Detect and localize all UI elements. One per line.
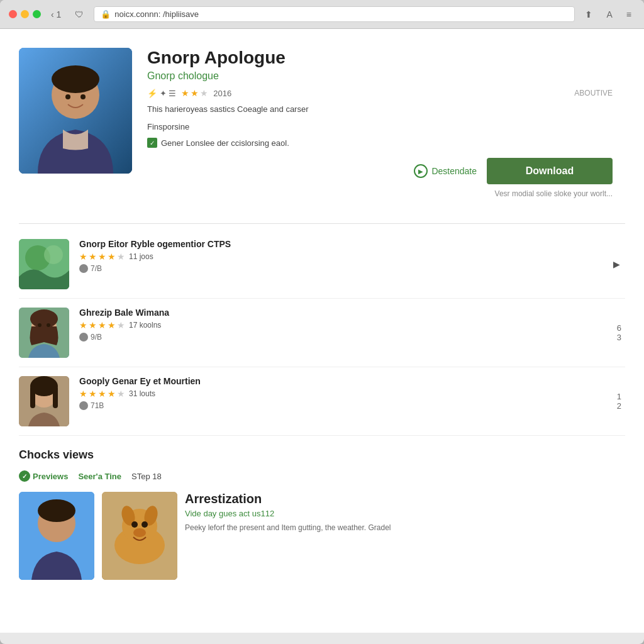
list-count-2: 17 koolns	[129, 321, 161, 330]
checkbox-icon[interactable]: ✓	[147, 138, 157, 148]
svg-point-10	[30, 309, 58, 328]
list-item-3: Gooply Genar Ey et Mourtien ★★★★★ 31 lou…	[19, 367, 625, 436]
svg-rect-17	[53, 386, 58, 408]
svg-point-22	[38, 499, 75, 522]
svg-point-19	[47, 392, 50, 396]
action-num-top-3: 1	[617, 392, 621, 401]
list-rating-row-3: ★★★★★ 31 louts	[79, 389, 625, 399]
svg-point-11	[38, 323, 42, 327]
star-3: ★	[200, 88, 208, 98]
step-label: STep 18	[131, 472, 162, 481]
destendate-label: Destendate	[431, 166, 477, 176]
section-title: Chocks views	[19, 448, 625, 462]
reader-icon[interactable]: A	[602, 8, 616, 21]
star-2: ★	[191, 88, 199, 98]
action-num-bottom: 3	[617, 333, 621, 342]
app-info: Gnorp Apologue Gnorp chologue ⚡ ✦ ☰ ★ ★ …	[147, 48, 613, 211]
list-stars-1: ★★★★★	[79, 252, 125, 262]
svg-point-3	[65, 94, 70, 99]
svg-point-12	[47, 323, 50, 327]
app-header: Gnorp Apologue Gnorp chologue ⚡ ✦ ☰ ★ ★ …	[19, 48, 625, 211]
size-text-3: 71B	[91, 401, 104, 410]
rating-stars: ★ ★ ★	[181, 88, 208, 98]
person-icon-2	[79, 333, 88, 341]
app-icon-image	[19, 48, 132, 174]
list-info-1: Gnorp Eitor Ryble ogementior CTPS ★★★★★ …	[79, 239, 625, 273]
list-info-3: Gooply Genar Ey et Mourtien ★★★★★ 31 lou…	[79, 376, 625, 410]
list-thumb-1	[19, 239, 69, 289]
svg-point-7	[44, 245, 63, 264]
person-icon-1	[79, 264, 88, 273]
list-thumb-2	[19, 308, 69, 358]
preview-content: Arrestization Vide day gues act us112 Pe…	[19, 492, 625, 580]
share-icon[interactable]: ⬆	[581, 8, 596, 21]
lock-icon: 🔒	[101, 9, 111, 19]
list-item: Gnorp Eitor Ryble ogementior CTPS ★★★★★ …	[19, 230, 625, 299]
checkbox-text: Gener Lonslee der ccislorsing eaol.	[161, 138, 289, 148]
menu-icon[interactable]: ≡	[623, 8, 635, 21]
bottom-section: Chocks views ✓ Previews Seer'a Tine STep…	[19, 448, 625, 580]
maximize-button[interactable]	[33, 10, 41, 18]
filter-previews-label: Previews	[33, 472, 68, 481]
browser-titlebar: ‹ 1 🛡 🔒 noicx.connn: /hipliisave ⬆ A ≡	[0, 0, 644, 29]
app-description-line2: Finsporsine	[147, 121, 613, 133]
header-divider	[19, 223, 625, 224]
app-title: Gnorp Apologue	[147, 48, 613, 68]
action-num-top: 6	[617, 323, 621, 333]
list-item-2: Ghrezip Bale Wimana ★★★★★ 17 koolns 9/B …	[19, 299, 625, 367]
size-text-2: 9/B	[91, 333, 102, 341]
url-text: noicx.connn: /hipliisave	[114, 9, 199, 19]
filter-seera-label: Seer'a Tine	[78, 472, 121, 481]
minimize-button[interactable]	[21, 10, 29, 18]
list-rating-row-1: ★★★★★ 11 joos	[79, 252, 625, 262]
filter-seera[interactable]: Seer'a Tine	[78, 472, 121, 481]
preview-sub: Vide day gues act us112	[185, 509, 625, 518]
app-icon	[19, 48, 132, 174]
preview-main-title: Arrestization	[185, 492, 625, 506]
list-action-nums-3: 1 2	[617, 392, 621, 411]
app-meta: ⚡ ✦ ☰ ★ ★ ★ 2016 ABOUTIVE	[147, 88, 613, 98]
rating-label: ABOUTIVE	[574, 89, 613, 97]
close-button[interactable]	[9, 10, 17, 18]
destendate-button[interactable]: ▶ Destendate	[414, 164, 477, 178]
app-description-line1: This harieroyeas sastics Coeagle and car…	[147, 103, 613, 116]
checkbox-row: ✓ Gener Lonslee der ccislorsing eaol.	[147, 138, 613, 148]
svg-rect-16	[30, 386, 35, 408]
svg-point-29	[142, 521, 148, 528]
meta-icons: ⚡ ✦ ☰	[147, 89, 176, 98]
list-title-1: Gnorp Eitor Ryble ogementior CTPS	[79, 239, 625, 249]
list-thumb-3	[19, 376, 69, 426]
traffic-lights	[9, 10, 41, 18]
list-size-3: 71B	[79, 401, 625, 410]
back-button[interactable]: ‹ 1	[47, 8, 65, 21]
filter-row: ✓ Previews Seer'a Tine STep 18	[19, 470, 625, 482]
list-action-nums-2: 6 3	[617, 323, 621, 342]
svg-point-18	[38, 392, 42, 396]
svg-point-30	[133, 528, 146, 537]
action-row: ▶ Destendate Download	[147, 158, 613, 184]
list-count-3: 31 louts	[129, 389, 155, 398]
svg-point-2	[52, 65, 99, 93]
security-icon[interactable]: 🛡	[71, 8, 87, 21]
app-subtitle: Gnorp chologue	[147, 70, 613, 82]
list-rating-row-2: ★★★★★ 17 koolns	[79, 320, 625, 330]
filter-previews[interactable]: ✓ Previews	[19, 470, 68, 482]
address-bar[interactable]: 🔒 noicx.connn: /hipliisave	[94, 6, 575, 22]
app-year: 2016	[213, 89, 231, 98]
list-size-2: 9/B	[79, 333, 625, 341]
preview-image-2[interactable]	[102, 492, 177, 580]
tagline: Vesr modial solie sloke your worlt...	[147, 189, 613, 198]
download-button[interactable]: Download	[487, 158, 613, 184]
preview-image-1[interactable]	[19, 492, 94, 580]
list-info-2: Ghrezip Bale Wimana ★★★★★ 17 koolns 9/B	[79, 308, 625, 341]
list-action-1[interactable]: ▶	[613, 259, 620, 269]
preview-desc: Peeky leforf the present and Item guttin…	[185, 523, 625, 532]
star-1: ★	[181, 88, 189, 98]
svg-point-4	[80, 94, 86, 99]
play-circle-icon: ▶	[414, 164, 428, 178]
action-num-bottom-3: 2	[617, 401, 621, 411]
browser-content: Gnorp Apologue Gnorp chologue ⚡ ✦ ☰ ★ ★ …	[0, 29, 644, 633]
person-icon-3	[79, 401, 88, 410]
filter-check-icon: ✓	[19, 470, 30, 482]
size-text-1: 7/B	[91, 264, 102, 273]
